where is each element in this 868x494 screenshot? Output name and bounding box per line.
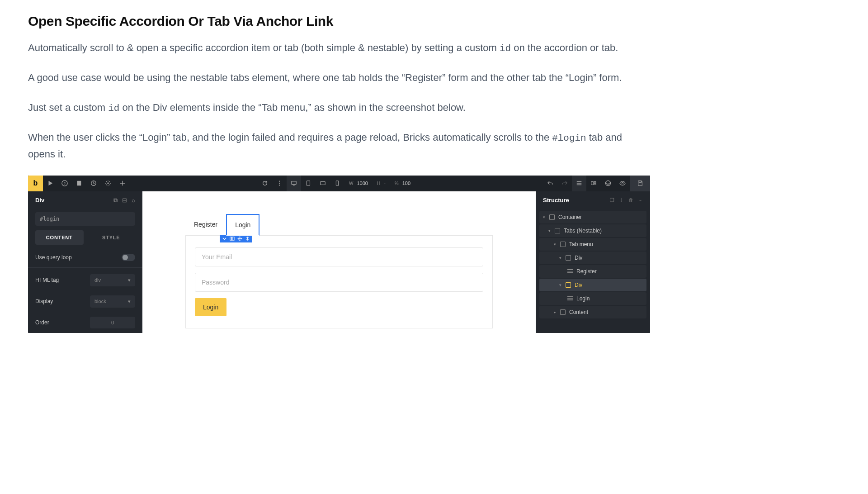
handle-move-icon[interactable]: [237, 236, 242, 241]
add-icon[interactable]: [115, 176, 130, 191]
svg-point-4: [107, 182, 109, 184]
handle-stretch-icon[interactable]: [245, 236, 250, 241]
svg-point-6: [279, 183, 280, 184]
tab-menu: Register Login: [185, 214, 493, 235]
width-value[interactable]: W1000: [344, 180, 373, 186]
intro-para-1: Automatically scroll to & open a specifi…: [28, 40, 650, 56]
intro-para-2: A good use case would be using the nesta…: [28, 70, 650, 86]
canvas: Register Login Your Email Password: [142, 191, 536, 333]
tab-content[interactable]: CONTENT: [35, 230, 84, 245]
panel-title: Div: [35, 197, 44, 204]
svg-text:?: ?: [64, 181, 66, 185]
tree-tabs[interactable]: ▾Tabs (Nestable): [539, 224, 646, 237]
preview-icon[interactable]: [615, 176, 630, 191]
reload-icon[interactable]: [258, 176, 272, 191]
email-field[interactable]: Your Email: [195, 247, 483, 266]
tree-register[interactable]: Register: [539, 265, 646, 278]
structure-toggle-icon[interactable]: [572, 176, 586, 191]
svg-point-7: [279, 185, 280, 185]
tab-login[interactable]: Login: [226, 214, 259, 236]
logo[interactable]: b: [28, 176, 43, 191]
password-field[interactable]: Password: [195, 273, 483, 292]
tree-container[interactable]: ▾Container: [539, 211, 646, 223]
handle-columns-icon[interactable]: [230, 236, 235, 241]
page-icon[interactable]: [72, 176, 86, 191]
editor-screenshot: b ? W1000 H- %100: [28, 176, 650, 333]
structure-panel: Structure ❐ ⭳ 🗑 ⫟ ▾Container ▾Tabs (Nest…: [536, 191, 650, 333]
svg-rect-10: [321, 182, 326, 185]
id-input[interactable]: #login: [35, 212, 135, 226]
tree-div-1[interactable]: ▾Div: [539, 252, 646, 264]
svg-rect-9: [307, 181, 310, 186]
expand-icon[interactable]: ⫟: [638, 197, 643, 203]
svg-point-13: [622, 182, 623, 184]
intro-para-4: When the user clicks the “Login” tab, an…: [28, 129, 650, 162]
undo-icon[interactable]: [543, 176, 557, 191]
height-value[interactable]: H-: [373, 180, 390, 186]
page-heading: Open Specific Accordion Or Tab Via Ancho…: [28, 14, 650, 29]
handle-chevron-icon[interactable]: [222, 236, 227, 241]
svg-rect-17: [233, 237, 234, 240]
more-icon[interactable]: [272, 176, 287, 191]
top-toolbar: b ? W1000 H- %100: [28, 176, 650, 191]
help-icon[interactable]: ?: [57, 176, 72, 191]
svg-rect-2: [77, 181, 81, 186]
display-select[interactable]: block▾: [90, 295, 135, 308]
svg-point-5: [279, 181, 280, 182]
class-icon[interactable]: ⧉: [113, 197, 118, 204]
tablet-portrait-icon[interactable]: [301, 176, 316, 191]
templates-icon[interactable]: [586, 176, 601, 191]
delete-icon[interactable]: 🗑: [628, 197, 633, 203]
structure-title: Structure: [543, 197, 569, 204]
tab-style[interactable]: STYLE: [87, 230, 136, 245]
query-loop-toggle[interactable]: [122, 254, 135, 261]
tree-content[interactable]: ▸Content: [539, 306, 646, 318]
revisions-icon[interactable]: [86, 176, 101, 191]
tab-body: Your Email Password Login: [185, 235, 493, 328]
percent-value[interactable]: %100: [390, 180, 415, 186]
login-button[interactable]: Login: [195, 298, 226, 316]
copy-icon[interactable]: ❐: [610, 197, 614, 203]
query-loop-row: Use query loop: [28, 249, 142, 266]
desktop-icon[interactable]: [287, 176, 301, 191]
order-row: Order 0: [28, 312, 142, 333]
order-input[interactable]: 0: [90, 317, 135, 328]
tab-register[interactable]: Register: [185, 214, 226, 235]
html-tag-select[interactable]: div▾: [90, 274, 135, 286]
svg-rect-8: [292, 181, 297, 185]
redo-icon[interactable]: [557, 176, 572, 191]
svg-rect-14: [639, 181, 641, 183]
lock-icon[interactable]: ⊟: [122, 197, 127, 204]
play-icon[interactable]: [43, 176, 57, 191]
tree-tab-menu[interactable]: ▾Tab menu: [539, 238, 646, 251]
wordpress-icon[interactable]: [601, 176, 615, 191]
svg-rect-16: [231, 237, 233, 240]
tree-div-2[interactable]: ▾Div: [539, 279, 646, 291]
display-row: Display block▾: [28, 291, 142, 312]
settings-icon[interactable]: [101, 176, 115, 191]
mobile-icon[interactable]: [330, 176, 344, 191]
svg-rect-15: [230, 237, 231, 240]
html-tag-row: HTML tag div▾: [28, 270, 142, 291]
intro-para-3: Just set a custom id on the Div elements…: [28, 100, 650, 116]
left-panel: Div ⧉ ⊟ ⌕ #login CONTENT STYLE Use query…: [28, 191, 142, 333]
search-panel-icon[interactable]: ⌕: [132, 197, 135, 204]
tree-login[interactable]: Login: [539, 292, 646, 305]
svg-rect-11: [336, 181, 338, 186]
tablet-landscape-icon[interactable]: [316, 176, 330, 191]
save-icon[interactable]: [630, 176, 650, 191]
element-handle[interactable]: [220, 235, 252, 242]
download-icon[interactable]: ⭳: [619, 197, 624, 203]
